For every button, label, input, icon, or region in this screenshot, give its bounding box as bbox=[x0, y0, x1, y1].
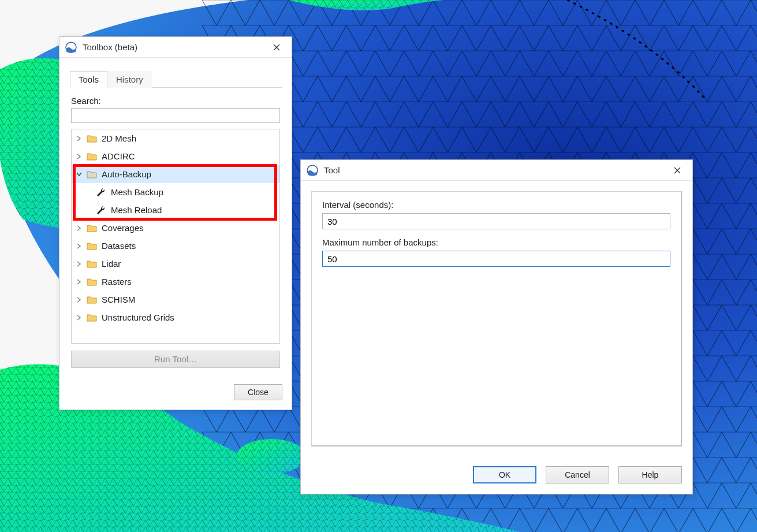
help-button[interactable]: Help bbox=[618, 466, 682, 483]
interval-label: Interval (seconds): bbox=[322, 200, 670, 210]
tree-item-auto-backup[interactable]: Auto-Backup bbox=[72, 165, 279, 183]
tree-label: Coverages bbox=[102, 223, 144, 233]
chevron-right-icon[interactable] bbox=[75, 278, 83, 286]
tree-label: SCHISM bbox=[102, 295, 135, 304]
ok-button[interactable]: OK bbox=[473, 466, 536, 483]
tree-item-mesh-backup[interactable]: Mesh Backup bbox=[72, 183, 279, 201]
close-icon[interactable] bbox=[266, 39, 287, 55]
chevron-right-icon[interactable] bbox=[75, 242, 83, 250]
tree-item-adcirc[interactable]: ADCIRC bbox=[72, 147, 279, 165]
tool-tree[interactable]: 2D Mesh ADCIRC Auto-Backup Mesh Backup M… bbox=[71, 129, 280, 344]
folder-icon bbox=[87, 151, 97, 162]
chevron-right-icon[interactable] bbox=[75, 260, 83, 268]
wrench-icon bbox=[96, 187, 106, 198]
wrench-icon bbox=[96, 205, 106, 215]
tool-panel: Interval (seconds): Maximum number of ba… bbox=[311, 191, 682, 447]
folder-icon bbox=[87, 241, 97, 251]
tree-label: Mesh Reload bbox=[111, 205, 162, 215]
folder-icon bbox=[87, 259, 97, 269]
toolbox-title: Toolbox (beta) bbox=[83, 42, 266, 52]
toolbox-tabs: Tools History bbox=[70, 70, 282, 88]
folder-icon bbox=[87, 133, 97, 144]
tab-tools[interactable]: Tools bbox=[70, 71, 107, 88]
tree-label: Mesh Backup bbox=[111, 187, 163, 197]
interval-input[interactable] bbox=[322, 213, 670, 229]
folder-icon bbox=[87, 295, 97, 305]
tab-history[interactable]: History bbox=[107, 71, 152, 88]
folder-icon bbox=[87, 223, 97, 233]
max-backups-input[interactable] bbox=[322, 251, 670, 267]
app-icon bbox=[65, 42, 77, 53]
toolbox-titlebar[interactable]: Toolbox (beta) bbox=[59, 37, 292, 58]
tree-item-2d-mesh[interactable]: 2D Mesh bbox=[72, 129, 279, 147]
search-label: Search: bbox=[71, 96, 280, 106]
chevron-right-icon[interactable] bbox=[75, 135, 83, 143]
folder-icon bbox=[87, 312, 97, 323]
tree-item-schism[interactable]: SCHISM bbox=[72, 291, 279, 308]
chevron-right-icon[interactable] bbox=[75, 296, 83, 304]
search-input[interactable] bbox=[71, 108, 280, 123]
chevron-right-icon[interactable] bbox=[75, 314, 83, 322]
tree-label: Auto-Backup bbox=[102, 169, 151, 179]
run-tool-button[interactable]: Run Tool… bbox=[71, 351, 280, 368]
svg-point-3 bbox=[237, 439, 306, 474]
app-icon bbox=[307, 165, 318, 176]
chevron-right-icon[interactable] bbox=[75, 224, 83, 232]
tree-item-unstructured-grids[interactable]: Unstructured Grids bbox=[72, 308, 279, 326]
tree-item-mesh-reload[interactable]: Mesh Reload bbox=[72, 201, 279, 219]
tree-label: 2D Mesh bbox=[102, 133, 136, 143]
tree-label: Unstructured Grids bbox=[102, 312, 174, 322]
folder-open-icon bbox=[87, 169, 97, 180]
chevron-down-icon[interactable] bbox=[75, 170, 83, 178]
close-button[interactable]: Close bbox=[234, 384, 282, 400]
tree-item-coverages[interactable]: Coverages bbox=[72, 219, 279, 237]
max-backups-label: Maximum number of backups: bbox=[322, 237, 670, 247]
cancel-button[interactable]: Cancel bbox=[546, 466, 609, 483]
tool-title: Tool bbox=[324, 165, 667, 175]
tree-label: Rasters bbox=[102, 277, 132, 287]
folder-icon bbox=[87, 277, 97, 287]
tree-label: Datasets bbox=[102, 241, 136, 251]
chevron-right-icon[interactable] bbox=[75, 152, 83, 161]
tree-item-rasters[interactable]: Rasters bbox=[72, 273, 279, 291]
tree-item-lidar[interactable]: Lidar bbox=[72, 255, 279, 273]
tree-label: ADCIRC bbox=[102, 151, 135, 161]
close-icon[interactable] bbox=[667, 162, 688, 178]
tool-titlebar[interactable]: Tool bbox=[301, 160, 692, 181]
tool-dialog: Tool Interval (seconds): Maximum number … bbox=[300, 159, 693, 494]
tree-label: Lidar bbox=[102, 259, 121, 269]
toolbox-dialog: Toolbox (beta) Tools History Search: 2D … bbox=[59, 36, 292, 410]
tree-item-datasets[interactable]: Datasets bbox=[72, 237, 279, 255]
